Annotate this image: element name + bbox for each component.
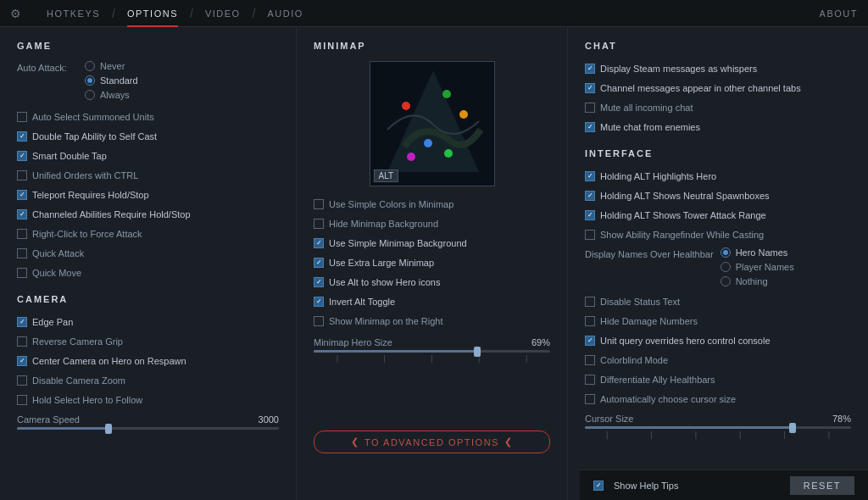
cb-extra-large[interactable] <box>314 258 324 268</box>
option-invert-alt: Invert Alt Toggle <box>314 294 550 309</box>
rb-hero-names[interactable] <box>721 247 731 258</box>
radio-never[interactable]: Never <box>85 61 138 71</box>
rb-player-names[interactable] <box>721 262 731 272</box>
cb-center-cam[interactable] <box>17 356 27 366</box>
camera-section: CAMERA Edge Pan Reverse Camera Grip Cent… <box>17 294 279 430</box>
cb-show-range[interactable] <box>585 230 595 240</box>
hero-size-fill <box>314 350 477 353</box>
cb-auto-select[interactable] <box>17 112 27 122</box>
reset-button[interactable]: RESET <box>790 476 854 495</box>
rb-always[interactable] <box>85 90 95 100</box>
advanced-options-button[interactable]: ❮ TO ADVANCED OPTIONS ❮ <box>314 431 550 453</box>
cb-simple-colors[interactable] <box>314 199 324 209</box>
radio-hero-names[interactable]: Hero Names <box>721 247 794 258</box>
gear-icon: ⚙ <box>10 7 21 20</box>
cb-smart-double[interactable] <box>17 151 27 161</box>
cb-mute-incoming[interactable] <box>585 103 595 113</box>
cb-colorblind[interactable] <box>585 355 595 365</box>
label-simple-colors: Use Simple Colors in Minimap <box>329 199 550 209</box>
hero-size-track[interactable] <box>314 350 550 353</box>
cb-reverse-cam[interactable] <box>17 336 27 347</box>
cb-simple-bg[interactable] <box>314 238 324 248</box>
cb-diff-ally[interactable] <box>585 375 595 385</box>
cursor-size-ticks: | | | | | | <box>585 431 851 439</box>
camera-speed-row: Camera Speed 3000 <box>17 414 279 425</box>
cb-unified[interactable] <box>17 170 27 181</box>
option-simple-colors: Use Simple Colors in Minimap <box>314 197 550 212</box>
cb-teleport[interactable] <box>17 190 27 200</box>
minimap-preview: ALT <box>370 61 495 186</box>
cb-holding-tower[interactable] <box>585 210 595 220</box>
radio-always[interactable]: Always <box>85 90 138 100</box>
option-auto-select: Auto Select Summoned Units <box>17 109 279 125</box>
col-mid: MINIMAP ALT Use <box>297 27 568 500</box>
option-unit-query: Unit query overrides hero control consol… <box>585 333 851 348</box>
svg-point-4 <box>442 90 451 98</box>
rb-always-label: Always <box>100 90 130 100</box>
cb-quick-move[interactable] <box>17 268 27 278</box>
radio-player-names[interactable]: Player Names <box>721 262 794 272</box>
cb-disable-zoom[interactable] <box>17 375 27 386</box>
option-disable-status: Disable Status Text <box>585 294 851 309</box>
cb-show-right[interactable] <box>314 316 324 326</box>
cb-edge-pan[interactable] <box>17 317 27 327</box>
cb-show-help[interactable] <box>593 481 604 491</box>
option-holding-hero: Holding ALT Highlights Hero <box>585 169 851 184</box>
minimap-alt-badge: ALT <box>374 169 399 182</box>
cb-quick-attack[interactable] <box>17 248 27 258</box>
cb-hide-bg[interactable] <box>314 219 324 229</box>
cb-alt-heroes[interactable] <box>314 277 324 287</box>
rb-nothing[interactable] <box>721 276 731 286</box>
cursor-tick-6: | <box>828 431 830 439</box>
nav-about[interactable]: ABOUT <box>820 8 858 19</box>
label-channeled: Channeled Abilities Require Hold/Stop <box>32 209 279 219</box>
rb-standard-label: Standard <box>100 75 138 86</box>
cb-steam-whispers[interactable] <box>585 64 595 74</box>
label-teleport: Teleport Requires Hold/Stop <box>32 190 279 200</box>
label-holding-neutral: Holding ALT Shows Neutral Spawnboxes <box>600 191 851 201</box>
nav-hotkeys[interactable]: HOTKEYS <box>35 0 112 27</box>
hero-size-thumb[interactable] <box>474 347 481 357</box>
label-right-click: Right-Click to Force Attack <box>32 229 279 239</box>
bottom-bar: Show Help Tips RESET <box>580 469 868 500</box>
camera-speed-value: 3000 <box>259 414 279 425</box>
nav-items: HOTKEYS / OPTIONS / VIDEO / AUDIO <box>35 0 820 27</box>
cb-invert-alt[interactable] <box>314 297 324 307</box>
radio-nothing[interactable]: Nothing <box>721 276 794 286</box>
option-diff-ally: Differentiate Ally Healthbars <box>585 372 851 387</box>
game-title: GAME <box>17 41 279 51</box>
show-help-row: Show Help Tips <box>593 481 678 491</box>
cb-mute-enemies[interactable] <box>585 122 595 132</box>
cb-holding-neutral[interactable] <box>585 191 595 201</box>
cb-holding-hero[interactable] <box>585 171 595 181</box>
main-content: GAME Auto Attack: Never Standard Always <box>0 27 868 500</box>
camera-speed-track[interactable] <box>17 427 279 430</box>
radio-standard[interactable]: Standard <box>85 75 138 86</box>
nav-audio[interactable]: AUDIO <box>256 0 315 27</box>
cursor-size-track[interactable] <box>585 426 851 429</box>
cb-auto-cursor[interactable] <box>585 394 595 404</box>
advanced-chevron-left: ❮ <box>351 436 360 447</box>
display-names-options: Hero Names Player Names Nothing <box>721 247 794 289</box>
nav-options[interactable]: OPTIONS <box>115 0 190 27</box>
option-center-cam: Center Camera on Hero on Respawn <box>17 353 279 369</box>
cb-channeled[interactable] <box>17 209 27 219</box>
cursor-size-thumb[interactable] <box>789 423 796 433</box>
label-alt-heroes: Use Alt to show Hero icons <box>329 277 550 287</box>
label-disable-status: Disable Status Text <box>600 297 851 307</box>
camera-speed-thumb[interactable] <box>105 424 112 434</box>
label-invert-alt: Invert Alt Toggle <box>329 297 550 307</box>
nav-video[interactable]: VIDEO <box>193 0 253 27</box>
cb-hide-damage[interactable] <box>585 316 595 326</box>
rb-never[interactable] <box>85 61 95 71</box>
label-reverse-cam: Reverse Camera Grip <box>32 336 279 347</box>
advanced-btn-area: ❮ TO ADVANCED OPTIONS ❮ <box>314 431 550 453</box>
cb-disable-status[interactable] <box>585 297 595 307</box>
rb-standard[interactable] <box>85 75 95 86</box>
label-mute-enemies: Mute chat from enemies <box>600 122 851 132</box>
cb-hold-select[interactable] <box>17 395 27 405</box>
cb-unit-query[interactable] <box>585 336 595 346</box>
cb-right-click[interactable] <box>17 229 27 239</box>
cb-channel-msgs[interactable] <box>585 83 595 93</box>
cb-double-tap[interactable] <box>17 131 27 142</box>
